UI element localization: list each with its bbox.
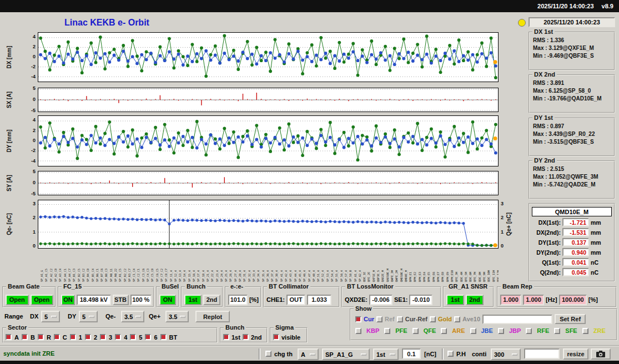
fc15-on-button[interactable]: ON xyxy=(61,295,75,305)
bunch-1st-button[interactable]: 1st xyxy=(184,295,202,305)
bunch-2nd-button[interactable]: 2nd xyxy=(203,295,220,305)
points-select[interactable]: 300 xyxy=(491,348,521,360)
stats-box-title: DX 2nd xyxy=(532,71,557,78)
bunch-2nd-checkbox[interactable] xyxy=(243,334,249,340)
separator xyxy=(442,348,444,360)
show-qfe-checkbox[interactable] xyxy=(412,328,419,334)
sector-bt-checkbox[interactable] xyxy=(160,334,167,340)
ph-checkbox[interactable] xyxy=(447,351,454,357)
collimator-value-field[interactable]: 1.033 xyxy=(307,295,331,305)
chg-th-checkbox[interactable] xyxy=(265,351,271,357)
sy-plot xyxy=(38,171,499,195)
sigma-visible-label: visible xyxy=(281,334,300,341)
show-cur-ref-checkbox[interactable] xyxy=(397,316,403,322)
bpm-name-label: BPM_E9 xyxy=(446,272,449,282)
sector-c-checkbox[interactable] xyxy=(54,334,60,340)
bt-lossmonitor-title: BT LossMonitor xyxy=(345,283,395,290)
range-qe-minus-select[interactable]: 3.5 xyxy=(121,311,144,322)
beam-gate-open-button-2[interactable]: Open xyxy=(31,295,54,305)
show-kbp-checkbox[interactable] xyxy=(355,328,361,334)
bpm-name-label: SP_62_4 xyxy=(358,270,361,282)
dy-2nd-stats-box: DY 2nd RMS : 2.515 Max : 11.052@QWFE_3M … xyxy=(529,160,615,199)
screenshot-button[interactable] xyxy=(591,348,611,360)
bpm-name-label: SP_16_4 xyxy=(192,270,195,282)
sector-r-checkbox[interactable] xyxy=(38,334,44,340)
resize-button[interactable]: resize xyxy=(563,348,588,360)
bpm-name-label: QFE_2E xyxy=(367,272,370,282)
bpm-name-label: SP_A4_C7 xyxy=(68,269,71,282)
show-rfe-checkbox[interactable] xyxy=(526,328,532,334)
ref-name-input[interactable] xyxy=(482,315,552,324)
fc15-stb-button[interactable]: STB xyxy=(113,295,129,305)
snsr-1st-button[interactable]: 1st xyxy=(446,295,464,305)
show-cur-label: Cur xyxy=(364,316,374,322)
bpm-name-label: SP_24_4 xyxy=(220,270,223,282)
fc15-percent-field[interactable]: 100 % xyxy=(130,295,152,305)
qxd2e-field[interactable]: -0.006 xyxy=(369,295,392,305)
sector-4-checkbox[interactable] xyxy=(115,334,121,340)
axis-tick-label: 0 xyxy=(33,243,36,249)
bunch-1st-checkbox[interactable] xyxy=(223,334,229,340)
dx-axis-ticks: 420-2-4 xyxy=(22,32,37,82)
che1-status-field[interactable]: OUT xyxy=(286,295,305,305)
show-zre-checkbox[interactable] xyxy=(582,328,588,334)
show-are-checkbox[interactable] xyxy=(441,328,447,334)
range-qe-minus-value: 3.5 xyxy=(124,314,133,320)
beam-rep-pct-unit: [%] xyxy=(588,296,598,303)
range-dx-select[interactable]: 5 xyxy=(41,311,60,322)
show-ref-checkbox[interactable] xyxy=(376,316,383,322)
show-pfe-checkbox[interactable] xyxy=(384,328,390,334)
min-value: Min : -9.469@QBF3E_S xyxy=(533,53,614,59)
sy-axis-label: SY [A] xyxy=(6,175,12,191)
beam-gate-open-button-1[interactable]: Open xyxy=(6,295,29,305)
ee-ratio-field[interactable]: 101.0 xyxy=(228,295,248,305)
show-jbe-checkbox[interactable] xyxy=(470,328,476,334)
threshold-input[interactable]: 0.1 xyxy=(402,348,421,359)
status-timestamp: 2025/11/20 14:00:23 xyxy=(529,17,615,27)
show-sfe-checkbox[interactable] xyxy=(554,328,560,334)
sector-3-checkbox[interactable] xyxy=(100,334,106,340)
snsr-2nd-button[interactable]: 2nd xyxy=(466,295,484,305)
show-title: Show xyxy=(354,305,373,312)
sector-1-checkbox[interactable] xyxy=(70,334,76,340)
bunch-group: Bunch 1st 2nd xyxy=(181,286,223,307)
beam-rep-field-2[interactable]: 1.000 xyxy=(523,295,544,305)
show-cur-checkbox[interactable] xyxy=(355,316,361,322)
show-gold-checkbox[interactable] xyxy=(430,316,436,322)
range-qe-plus-select[interactable]: 3.5 xyxy=(165,311,189,322)
bpm-select[interactable]: SP_A1_G xyxy=(322,348,370,360)
sector-6-checkbox[interactable] xyxy=(145,334,151,340)
axis-tick-label: 5 xyxy=(33,85,36,91)
beam-rep-field-3[interactable]: 100.000 xyxy=(559,295,587,305)
sector-2-checkbox[interactable] xyxy=(85,334,91,340)
bpm-name-label: SP_A2_C2 xyxy=(49,269,53,282)
bpm-name-label: SP_43_4 xyxy=(289,270,292,282)
bpm-select-value: SP_A1_G xyxy=(325,351,353,358)
busel-on-button[interactable]: ON xyxy=(159,295,176,305)
range-dy-select[interactable]: 5 xyxy=(79,311,98,322)
sx-plot xyxy=(38,88,499,112)
set-ref-button[interactable]: Set Ref xyxy=(555,314,586,324)
status-bar: syncdata init ZRE chg th A SP_A1_G 1st 0… xyxy=(0,345,619,361)
sector-b-checkbox[interactable] xyxy=(22,334,28,340)
conti-toggle[interactable]: conti xyxy=(472,351,486,357)
sector-5-checkbox[interactable] xyxy=(130,334,136,340)
aux-input[interactable] xyxy=(524,348,560,359)
bunch-select[interactable]: 1st xyxy=(373,348,399,360)
beam-rep-field-1[interactable]: 1.000 xyxy=(500,295,521,305)
replot-button[interactable]: Replot xyxy=(195,311,230,322)
status-indicator-light xyxy=(518,19,526,27)
show-ave10-checkbox[interactable] xyxy=(454,316,460,322)
show-jbp-checkbox[interactable] xyxy=(498,328,504,334)
bt-lossmonitor-group: BT LossMonitor QXD2E: -0.006 SE1: -0.010 xyxy=(341,286,441,307)
sector-a-checkbox[interactable] xyxy=(6,334,12,340)
range-dy-value: 5 xyxy=(82,314,85,320)
bpm-name-label: SP_C6_C5 xyxy=(155,269,159,282)
se1-field[interactable]: -0.010 xyxy=(409,295,432,305)
show-group: Show Cur Ref Cur-Ref Gold Ave10 Set Ref … xyxy=(350,309,617,341)
sigma-visible-checkbox[interactable] xyxy=(273,334,279,340)
fc15-kv-field[interactable]: 18.498 kV xyxy=(77,295,111,305)
axis-tick-label: 4 xyxy=(33,117,36,123)
bpm-name-label: SP_52_4 xyxy=(321,270,324,282)
sector-select[interactable]: A xyxy=(298,348,319,360)
